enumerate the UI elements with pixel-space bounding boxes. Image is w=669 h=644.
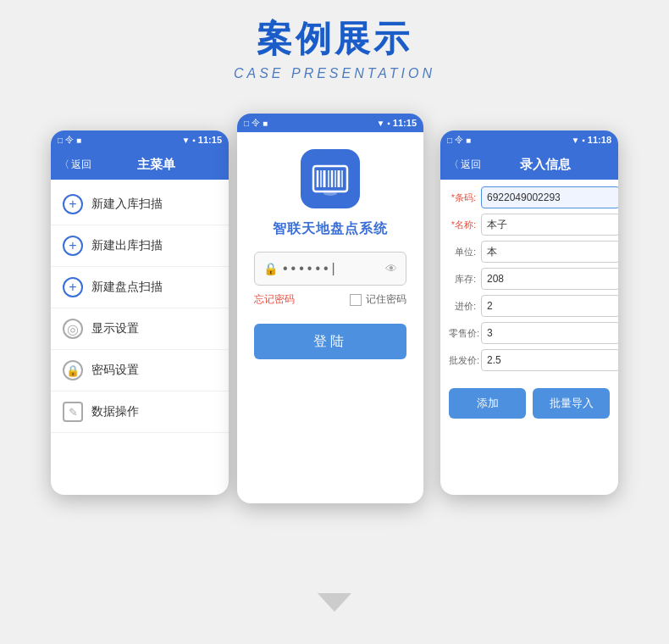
buy-price-label: 进价: xyxy=(449,300,476,313)
forgot-password-link[interactable]: 忘记密码 xyxy=(254,292,295,307)
wifi-icon-r: 令 xyxy=(455,134,463,146)
plus-icon-2: + xyxy=(63,277,83,297)
signal-icon-r: □ xyxy=(447,136,452,145)
buy-price-input[interactable] xyxy=(481,295,618,317)
signal-icon: □ xyxy=(58,136,63,145)
stock-label: 库存: xyxy=(449,273,476,286)
app-name-label: 智联天地盘点系统 xyxy=(273,220,388,238)
status-icons-center-left: □ 令 ■ xyxy=(244,117,268,129)
back-button-right[interactable]: 返回 xyxy=(449,158,481,172)
time-display-c: 11:15 xyxy=(393,118,417,128)
phone-left: □ 令 ■ ▼ ▪ 11:15 返回 主菜单 + 新建入库扫描 + xyxy=(51,130,229,495)
menu-item-2[interactable]: + 新建盘点扫描 xyxy=(51,267,229,308)
bottom-arrow xyxy=(318,593,351,612)
barcode-field: *条码: xyxy=(449,186,610,208)
barcode-input[interactable] xyxy=(481,186,618,208)
plus-icon-1: + xyxy=(63,236,83,256)
menu-label-1: 新建出库扫描 xyxy=(91,238,163,253)
menu-item-3[interactable]: ◎ 显示设置 xyxy=(51,308,229,350)
password-input[interactable]: ••••••| xyxy=(283,261,380,276)
remember-checkbox[interactable] xyxy=(350,294,362,306)
status-icons-left: □ 令 ■ xyxy=(58,134,81,146)
nav-bar-right: 返回 录入信息 xyxy=(440,149,618,180)
svg-point-9 xyxy=(323,191,337,196)
phone-right: □ 令 ■ ▼ ▪ 11:18 返回 录入信息 *条码: *名称: xyxy=(440,130,618,495)
retail-price-label: 零售价: xyxy=(449,327,476,340)
name-label: *名称: xyxy=(449,219,476,231)
menu-item-0[interactable]: + 新建入库扫描 xyxy=(51,184,229,225)
back-label-left: 返回 xyxy=(71,158,91,172)
unit-field: 单位: xyxy=(449,241,610,263)
wifi-icon-c: 令 xyxy=(252,117,260,129)
nav-bar-left: 返回 主菜单 xyxy=(51,149,229,180)
time-display: 11:15 xyxy=(198,135,222,145)
wifi-signal-icon-r: ▼ xyxy=(571,136,579,145)
page-title-cn: 案例展示 xyxy=(0,15,669,63)
menu-label-5: 数据操作 xyxy=(91,404,139,419)
menu-label-4: 密码设置 xyxy=(91,363,139,378)
page-title-en: CASE PRESENTATION xyxy=(0,66,669,81)
login-button[interactable]: 登陆 xyxy=(254,324,406,359)
status-right-r: ▼ ▪ 11:18 xyxy=(571,135,611,145)
form-actions: 添加 批量导入 xyxy=(449,381,610,425)
wifi-signal-icon-c: ▼ xyxy=(376,119,384,128)
status-bar-right: □ 令 ■ ▼ ▪ 11:18 xyxy=(440,130,618,149)
wifi-signal-icon: ▼ xyxy=(181,136,190,145)
battery-icon: ▪ xyxy=(192,136,196,145)
menu-item-1[interactable]: + 新建出库扫描 xyxy=(51,225,229,267)
password-lock-icon: 🔒 xyxy=(263,262,278,275)
data-icon: ■ xyxy=(76,136,81,145)
battery-icon-r: ▪ xyxy=(582,136,585,145)
menu-label-0: 新建入库扫描 xyxy=(91,197,163,212)
status-right: ▼ ▪ 11:15 xyxy=(181,135,222,145)
nav-title-right: 录入信息 xyxy=(481,157,610,173)
wholesale-price-input[interactable] xyxy=(481,349,618,371)
add-button[interactable]: 添加 xyxy=(449,388,526,419)
plus-icon-0: + xyxy=(63,194,83,214)
wholesale-price-field: 批发价: xyxy=(449,349,610,371)
phone-center: □ 令 ■ ▼ ▪ 11:15 xyxy=(237,114,423,503)
app-logo xyxy=(301,149,360,208)
retail-price-input[interactable] xyxy=(481,322,618,344)
eye-icon[interactable]: 👁 xyxy=(385,262,397,275)
remember-label: 记住密码 xyxy=(366,292,406,307)
battery-icon-c: ▪ xyxy=(387,119,390,128)
wholesale-price-label: 批发价: xyxy=(449,354,476,367)
menu-item-5[interactable]: ✎ 数据操作 xyxy=(51,391,229,433)
stock-field: 库存: xyxy=(449,268,610,290)
stock-input[interactable] xyxy=(481,268,618,290)
page-header: 案例展示 CASE PRESENTATION xyxy=(0,0,669,88)
unit-label: 单位: xyxy=(449,246,476,258)
data-icon-c: ■ xyxy=(263,119,268,128)
login-body: 智联天地盘点系统 🔒 ••••••| 👁 忘记密码 记住密码 登陆 xyxy=(237,132,423,373)
menu-label-2: 新建盘点扫描 xyxy=(91,280,163,295)
back-button-left[interactable]: 返回 xyxy=(59,158,91,172)
forgot-remember-row: 忘记密码 记住密码 xyxy=(254,292,406,307)
entry-form: *条码: *名称: 单位: 库存: 进价: 零售价: xyxy=(440,180,618,432)
nav-title-left: 主菜单 xyxy=(91,157,220,173)
remember-row[interactable]: 记住密码 xyxy=(350,292,406,307)
name-input[interactable] xyxy=(481,214,618,236)
data-icon-r: ■ xyxy=(466,136,471,145)
edit-icon: ✎ xyxy=(63,402,83,422)
name-field: *名称: xyxy=(449,214,610,236)
main-menu: + 新建入库扫描 + 新建出库扫描 + 新建盘点扫描 ◎ 显示设置 🔒 密码设置… xyxy=(51,180,229,437)
menu-item-4[interactable]: 🔒 密码设置 xyxy=(51,350,229,391)
status-bar-left: □ 令 ■ ▼ ▪ 11:15 xyxy=(51,130,229,149)
password-field[interactable]: 🔒 ••••••| 👁 xyxy=(254,252,406,286)
signal-icon-c: □ xyxy=(244,119,249,128)
logo-svg xyxy=(309,158,351,200)
status-icons-right-left: □ 令 ■ xyxy=(447,134,471,146)
menu-label-3: 显示设置 xyxy=(91,321,139,336)
phones-showcase: □ 令 ■ ▼ ▪ 11:15 返回 主菜单 + 新建入库扫描 + xyxy=(0,97,669,588)
time-display-r: 11:18 xyxy=(588,135,611,145)
lock-icon: 🔒 xyxy=(63,360,83,380)
unit-input[interactable] xyxy=(481,241,618,263)
barcode-label: *条码: xyxy=(449,192,476,204)
batch-import-button[interactable]: 批量导入 xyxy=(533,388,610,419)
status-right-c: ▼ ▪ 11:15 xyxy=(376,118,417,128)
wifi-icon: 令 xyxy=(65,134,74,146)
status-bar-center: □ 令 ■ ▼ ▪ 11:15 xyxy=(237,114,423,132)
back-label-right: 返回 xyxy=(461,158,481,172)
retail-price-field: 零售价: xyxy=(449,322,610,344)
